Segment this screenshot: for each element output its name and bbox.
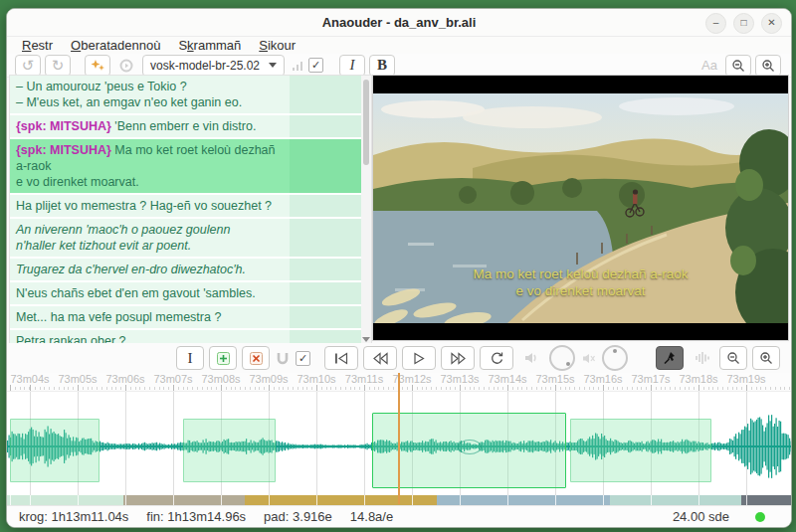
volume-knob[interactable]: [549, 345, 575, 371]
speed-knob[interactable]: [602, 345, 628, 371]
ruler-label: 73m06s: [105, 373, 144, 385]
ruler-label: 73m11s: [345, 373, 383, 385]
menu-skramma[interactable]: Skrammañ: [171, 37, 248, 54]
snap-checkbox[interactable]: ✓: [296, 351, 310, 366]
app-window: Anaouder - da_anv_br.ali – □ ✕ RestrOber…: [6, 8, 792, 528]
transcript-row[interactable]: {spk: MITSUHA} 'Benn emberr e vin distro…: [10, 115, 361, 137]
model-select-value: vosk-model-br-25.02: [150, 59, 260, 73]
rate-value: 14.8a/e: [350, 509, 393, 524]
transcript-row[interactable]: Trugarez da c'hervel en-dro diwezhatoc'h…: [10, 259, 361, 280]
ruler-label: 73m04s: [10, 373, 49, 385]
fps-value: 24.00 sde: [673, 509, 729, 524]
magnet-icon: [275, 347, 291, 369]
ruler-label: 73m15s: [535, 373, 574, 385]
row-confidence-strip: [290, 139, 361, 193]
ruler-label: 73m18s: [679, 373, 717, 385]
scroll-down-icon: [362, 337, 370, 342]
select-tool-button[interactable]: I: [176, 346, 204, 370]
ruler-label: 73m13s: [440, 373, 479, 385]
row-confidence-strip: [290, 219, 361, 257]
end-label: fin:: [146, 509, 163, 524]
transcript-row[interactable]: – Un amourouz 'peus e Tokio ? – M'eus ke…: [10, 76, 361, 113]
speaker-tag: {spk: MITSUHA}: [16, 143, 111, 157]
menu-oberatadenno[interactable]: Oberatadennoù: [64, 37, 167, 54]
duration-label: pad:: [264, 509, 289, 524]
rewind-button[interactable]: [363, 346, 397, 370]
undo-button[interactable]: ↺: [15, 55, 41, 77]
redo-button[interactable]: ↻: [45, 55, 71, 77]
menu-sikour[interactable]: Sikour: [252, 37, 302, 54]
auto-transcribe-button[interactable]: [85, 55, 110, 77]
status-dot: [755, 512, 765, 522]
text-zoom-in-button[interactable]: [755, 55, 781, 77]
maximize-button[interactable]: □: [733, 13, 754, 34]
end-value: 1h13m14.96s: [167, 509, 246, 524]
transcript-row[interactable]: Ha plijet vo memestra ? Hag-eñ vo souezh…: [10, 195, 361, 217]
wave-zoom-in-button[interactable]: [752, 346, 780, 370]
menu-restr[interactable]: Restr: [15, 37, 60, 54]
subtitle-line: Ma mo ket roet keloù dezhañ a-raok: [373, 266, 788, 282]
bold-button[interactable]: B: [369, 55, 395, 77]
transcript-row[interactable]: Met... ha ma vefe posupl memestra ?: [10, 306, 361, 328]
segment-handle[interactable]: [458, 440, 482, 454]
list-scrollbar-thumb[interactable]: [363, 80, 369, 165]
ruler-label: 73m05s: [58, 373, 97, 385]
add-segment-button[interactable]: [209, 346, 237, 370]
menu-bar: RestrOberatadennoùSkrammañSikour: [7, 37, 791, 54]
start-value: 1h13m11.04s: [52, 509, 129, 524]
row-confidence-strip: [290, 195, 361, 217]
mute-speaker-icon: [581, 347, 597, 369]
ruler-label: 73m08s: [201, 373, 240, 385]
duration-value: 3.916e: [293, 509, 332, 524]
text-zoom-out-button[interactable]: [725, 55, 751, 77]
ruler-label: 73m17s: [631, 373, 670, 385]
video-player: Ma mo ket roet keloù dezhañ a-raok e vo …: [372, 75, 789, 341]
wave-zoom-out-button[interactable]: [719, 346, 747, 370]
delete-segment-button[interactable]: [242, 346, 270, 370]
audio-segment[interactable]: [183, 419, 276, 482]
play-button[interactable]: [402, 346, 436, 370]
ruler-label: 73m10s: [297, 373, 335, 385]
follow-playhead-toggle[interactable]: [656, 346, 684, 370]
close-button[interactable]: ✕: [761, 13, 782, 34]
row-confidence-strip: [290, 115, 361, 137]
video-frame: Ma mo ket roet keloù dezhañ a-raok e vo …: [373, 93, 788, 323]
ruler-label: 73m09s: [249, 373, 288, 385]
ruler-label: 73m16s: [583, 373, 622, 385]
chevron-down-icon: [269, 63, 277, 68]
ruler-label: 73m07s: [153, 373, 192, 385]
font-size-icon: Aa: [701, 58, 717, 73]
sparkle-icon: [91, 59, 105, 73]
minimize-button[interactable]: –: [705, 13, 726, 34]
row-confidence-strip: [290, 306, 361, 328]
list-scrollbar[interactable]: [361, 76, 371, 344]
record-icon: [114, 56, 138, 76]
subtitle-overlay: Ma mo ket roet keloù dezhañ a-raok e vo …: [373, 266, 788, 299]
skip-start-button[interactable]: [324, 346, 358, 370]
model-select[interactable]: vosk-model-br-25.02: [142, 55, 285, 77]
transport-toolbar: I ✓: [7, 343, 791, 373]
speaker-tag: {spk: MITSUHA}: [16, 119, 111, 133]
ruler-label: 73m19s: [726, 373, 765, 385]
confidence-checkbox[interactable]: ✓: [308, 58, 323, 73]
signal-bars-icon: [291, 56, 304, 76]
waveform-icon: [689, 347, 714, 369]
fast-forward-button[interactable]: [441, 346, 475, 370]
row-confidence-strip: [290, 282, 361, 304]
loop-button[interactable]: [480, 346, 513, 370]
status-bar: krog: 1h13m11.04s fin: 1h13m14.96s pad: …: [7, 505, 791, 527]
audio-segment[interactable]: [10, 419, 100, 482]
transcript-row[interactable]: N'eus chañs ebet d'en em gavout 'sambles…: [10, 282, 361, 304]
audio-segment[interactable]: [570, 419, 711, 482]
title-bar[interactable]: Anaouder - da_anv_br.ali – □ ✕: [7, 9, 791, 37]
transcript-row[interactable]: An niverenn 'maoc'h o paouez goulenn n'h…: [10, 219, 361, 257]
transcript-list: – Un amourouz 'peus e Tokio ? – M'eus ke…: [9, 75, 372, 345]
row-confidence-strip: [290, 76, 361, 113]
start-label: krog:: [19, 509, 48, 524]
playhead[interactable]: [398, 373, 400, 504]
ruler-label: 73m14s: [488, 373, 526, 385]
row-confidence-strip: [290, 259, 361, 280]
speaker-icon: [518, 347, 544, 369]
italic-button[interactable]: I: [339, 55, 365, 77]
transcript-row[interactable]: {spk: MITSUHA} Ma mo ket roet keloù dezh…: [10, 139, 361, 193]
